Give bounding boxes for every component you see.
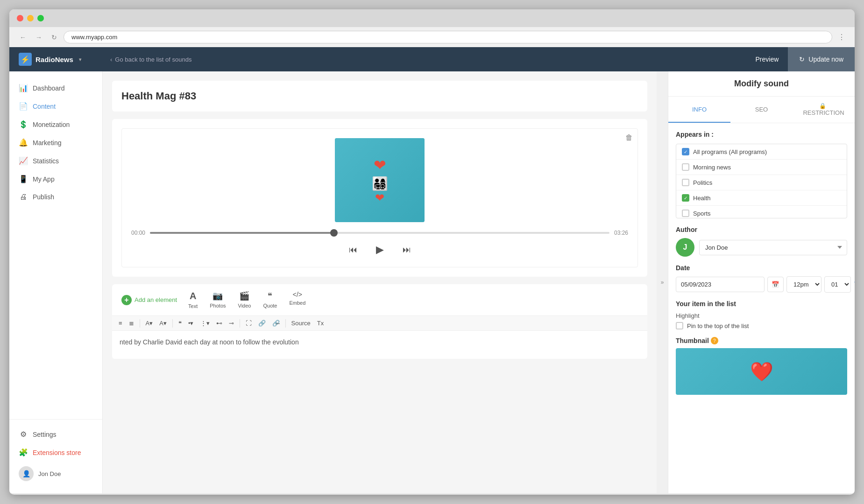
browser-refresh-button[interactable]: ↻ — [49, 32, 60, 43]
program-morning-checkbox[interactable] — [682, 163, 689, 171]
author-section: Author J Jon Doe — [676, 226, 847, 257]
date-calendar-button[interactable]: 📅 — [767, 277, 784, 292]
toolbar-fullscreen[interactable]: ⛶ — [243, 318, 255, 329]
toolbar-clear-format[interactable]: Tx — [314, 318, 326, 329]
browser-minimize-dot[interactable] — [27, 15, 34, 21]
sidebar-item-content[interactable]: 📄 Content — [9, 97, 102, 115]
time-minute-select[interactable]: 01 — [824, 276, 851, 293]
pin-label: Pin to the top of the list — [687, 322, 749, 329]
program-politics[interactable]: Politics — [676, 175, 847, 190]
sidebar: 📊 Dashboard 📄 Content 💲 Monetization 🔔 M… — [9, 71, 103, 493]
update-label: Update now — [808, 56, 843, 63]
sidebar-item-myapp[interactable]: 📱 My App — [9, 170, 102, 188]
element-option-quote[interactable]: ❝ Quote — [257, 288, 283, 312]
browser-maximize-dot[interactable] — [37, 15, 44, 21]
tab-seo[interactable]: SEO — [730, 97, 793, 123]
progress-track[interactable] — [150, 232, 609, 234]
element-option-video[interactable]: 🎬 Video — [233, 288, 257, 312]
progress-thumb[interactable] — [330, 229, 338, 237]
pin-checkbox[interactable] — [676, 322, 683, 329]
player-rewind-button[interactable]: ⏮ — [345, 243, 361, 257]
toolbar-font-style[interactable]: A▾ — [156, 318, 170, 329]
toolbar-indent-increase[interactable]: ⊸ — [226, 318, 237, 329]
sound-title: Health Mag #83 — [121, 90, 638, 102]
sidebar-item-dashboard[interactable]: 📊 Dashboard — [9, 79, 102, 97]
toolbar-quote[interactable]: ❝ — [176, 318, 184, 329]
author-select[interactable]: Jon Doe — [699, 240, 847, 255]
tab-restriction-label: RESTRICTION — [803, 109, 844, 116]
update-now-button[interactable]: ↻ Update now — [788, 47, 855, 71]
media-player-inner: 🗑 ❤ 👨‍👩‍👧‍👦 ❤ — [121, 128, 638, 267]
element-option-photos[interactable]: 📷 Photos — [204, 288, 231, 312]
toolbar-source[interactable]: Source — [289, 318, 313, 329]
back-label: Go back to the list of sounds — [115, 56, 191, 63]
time-refresh-button[interactable]: ↻ — [854, 280, 855, 290]
time-hour-select[interactable]: 12pm — [786, 276, 822, 293]
program-health[interactable]: ✓ Health — [676, 190, 847, 206]
program-all-checkbox[interactable]: ✓ — [682, 148, 689, 155]
author-initial: J — [683, 243, 687, 252]
quote-icon: ❝ — [268, 291, 272, 301]
program-all[interactable]: ✓ All programs (All programs) — [676, 144, 847, 160]
toolbar-list-unordered[interactable]: •▾ — [185, 318, 197, 329]
browser-back-button[interactable]: ← — [17, 32, 29, 43]
editor-content[interactable]: nted by Charlie David each day at noon t… — [112, 331, 647, 359]
sound-title-card: Health Mag #83 — [112, 81, 647, 112]
toolbar-font-size[interactable]: A▾ — [143, 318, 156, 329]
toolbar-link[interactable]: 🔗 — [255, 318, 269, 329]
date-input[interactable] — [676, 277, 765, 292]
myapp-icon: 📱 — [19, 175, 28, 183]
toolbar-indent-decrease[interactable]: ⊷ — [213, 318, 225, 329]
program-morning-label: Morning news — [693, 164, 731, 171]
element-text-label: Text — [188, 303, 198, 309]
editor-text: nted by Charlie David each day at noon t… — [120, 338, 299, 346]
sidebar-item-publish[interactable]: 🖨 Publish — [9, 188, 102, 206]
player-fastforward-button[interactable]: ⏭ — [399, 243, 415, 257]
program-sports-checkbox[interactable] — [682, 210, 689, 217]
sidebar-item-monetization[interactable]: 💲 Monetization — [9, 115, 102, 133]
back-chevron-icon: ‹ — [110, 56, 112, 63]
media-delete-button[interactable]: 🗑 — [625, 133, 633, 142]
editor-card: + Add an element A Text 📷 Photos — [112, 284, 647, 359]
browser-menu-button[interactable]: ⋮ — [836, 31, 847, 43]
highlight-label: Highlight — [676, 312, 847, 319]
toolbar-align-justify[interactable]: ≣ — [126, 318, 137, 329]
media-thumbnail-image: ❤ 👨‍👩‍👧‍👦 ❤ — [335, 138, 425, 222]
browser-address-bar[interactable] — [64, 31, 832, 43]
toolbar-align-left[interactable]: ≡ — [116, 318, 125, 329]
program-morning[interactable]: Morning news — [676, 160, 847, 175]
sidebar-item-marketing[interactable]: 🔔 Marketing — [9, 133, 102, 152]
panel-collapse-button[interactable]: » — [657, 71, 668, 493]
tab-restriction[interactable]: 🔒 RESTRICTION — [793, 97, 855, 123]
plus-circle-icon: + — [121, 295, 132, 305]
sidebar-label-publish: Publish — [33, 193, 54, 201]
brand-dropdown-arrow[interactable]: ▾ — [79, 57, 81, 62]
sidebar-user: 👤 Jon Doe — [9, 462, 102, 486]
sidebar-item-statistics[interactable]: 📈 Statistics — [9, 152, 102, 170]
element-option-embed[interactable]: </> Embed — [283, 288, 311, 312]
program-sports[interactable]: Sports — [676, 206, 847, 218]
tab-info[interactable]: INFO — [668, 97, 730, 123]
preview-button[interactable]: Preview — [746, 52, 788, 67]
date-row: 📅 12pm 01 ↻ — [676, 276, 847, 293]
element-option-text[interactable]: A Text — [183, 288, 203, 312]
browser-forward-button[interactable]: → — [33, 32, 45, 43]
panel-body: Appears in : ✓ All programs (All program… — [668, 123, 855, 410]
author-row: J Jon Doe — [676, 238, 847, 257]
toolbar-list-ordered[interactable]: ⋮▾ — [198, 318, 212, 329]
back-to-list-link[interactable]: ‹ Go back to the list of sounds — [103, 56, 199, 63]
browser-close-dot[interactable] — [17, 15, 23, 21]
sidebar-item-extensions[interactable]: 🧩 Extensions store — [9, 443, 102, 462]
player-play-button[interactable]: ▶ — [372, 242, 388, 258]
program-sports-label: Sports — [693, 210, 711, 217]
program-politics-checkbox[interactable] — [682, 179, 689, 186]
add-element-button[interactable]: + Add an element — [118, 293, 181, 307]
toolbar-unlink[interactable]: 🔗̶ — [269, 318, 283, 329]
program-health-checkbox[interactable]: ✓ — [682, 194, 689, 202]
sidebar-user-name: Jon Doe — [38, 470, 61, 477]
panel-title: Modify sound — [668, 71, 855, 97]
toolbar-separator-2 — [172, 319, 173, 328]
sidebar-item-settings[interactable]: ⚙ Settings — [9, 425, 102, 443]
date-label: Date — [676, 264, 847, 272]
sidebar-user-avatar: 👤 — [19, 466, 34, 481]
